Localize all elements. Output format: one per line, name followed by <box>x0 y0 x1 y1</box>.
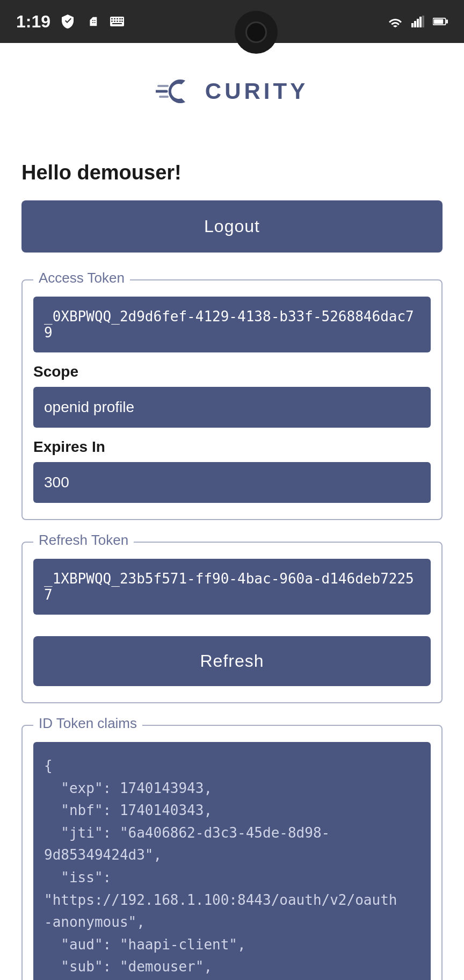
wifi-icon <box>388 14 403 29</box>
svg-rect-10 <box>121 21 123 22</box>
json-line-4: "jti": "6a406862-d3c3-45de-8d98-9d853494… <box>44 822 420 867</box>
svg-rect-4 <box>119 18 121 19</box>
scope-label: Scope <box>33 363 431 380</box>
svg-rect-18 <box>434 19 444 24</box>
camera-area <box>235 5 278 38</box>
battery-icon <box>433 14 448 29</box>
status-time: 1:19 <box>16 12 50 32</box>
svg-rect-5 <box>121 18 123 19</box>
svg-rect-8 <box>117 21 118 22</box>
svg-rect-7 <box>114 21 115 22</box>
shield-icon <box>60 14 75 29</box>
json-line-3: "nbf": 1740140343, <box>44 799 420 822</box>
camera-lens <box>245 21 267 43</box>
camera-notch <box>235 11 278 54</box>
access-token-legend: Access Token <box>33 270 130 286</box>
main-content: CURITY Hello demouser! Logout Access Tok… <box>0 43 464 980</box>
id-token-json: { "exp": 1740143943, "nbf": 1740140343, … <box>33 742 431 980</box>
curity-logo-icon <box>156 75 199 107</box>
refresh-token-value: _1XBPWQQ_23b5f571-ff90-4bac-960a-d146deb… <box>33 559 431 615</box>
json-line-2: "exp": 1740143943, <box>44 777 420 800</box>
logo-container: CURITY <box>21 75 443 107</box>
svg-rect-2 <box>114 18 115 19</box>
scope-value: openid profile <box>33 387 431 428</box>
greeting: Hello demouser! <box>21 161 443 184</box>
logo-text: CURITY <box>205 78 308 104</box>
status-bar-left: 1:19 <box>16 12 125 32</box>
json-line-1: { <box>44 755 420 777</box>
svg-rect-1 <box>111 18 113 19</box>
expires-label: Expires In <box>33 438 431 456</box>
logout-button[interactable]: Logout <box>21 200 443 253</box>
status-bar-right <box>388 14 448 29</box>
svg-rect-11 <box>112 23 122 24</box>
svg-rect-14 <box>417 19 419 27</box>
svg-rect-12 <box>411 23 414 27</box>
id-token-section: ID Token claims { "exp": 1740143943, "nb… <box>21 725 443 980</box>
keyboard-icon <box>110 14 125 29</box>
sim-icon <box>85 14 100 29</box>
json-line-8: "sub": "demouser", <box>44 956 420 978</box>
svg-rect-15 <box>419 17 422 27</box>
refresh-button[interactable]: Refresh <box>33 636 431 686</box>
json-line-7: "aud": "haapi-client", <box>44 934 420 956</box>
access-token-section: Access Token _0XBPWQQ_2d9d6fef-4129-4138… <box>21 279 443 520</box>
svg-rect-3 <box>117 18 118 19</box>
json-line-6: -anonymous", <box>44 911 420 934</box>
status-bar: 1:19 <box>0 0 464 43</box>
refresh-token-legend: Refresh Token <box>33 532 134 549</box>
svg-rect-16 <box>422 16 424 27</box>
svg-rect-13 <box>414 21 416 27</box>
svg-rect-6 <box>111 21 113 22</box>
json-line-5: "iss": "https://192.168.1.100:8443/oauth… <box>44 867 420 911</box>
svg-rect-9 <box>119 21 121 22</box>
signal-icon <box>410 14 425 29</box>
access-token-value: _0XBPWQQ_2d9d6fef-4129-4138-b33f-5268846… <box>33 297 431 352</box>
refresh-token-section: Refresh Token _1XBPWQQ_23b5f571-ff90-4ba… <box>21 542 443 703</box>
svg-rect-19 <box>446 20 448 24</box>
id-token-legend: ID Token claims <box>33 715 142 732</box>
expires-value: 300 <box>33 462 431 503</box>
